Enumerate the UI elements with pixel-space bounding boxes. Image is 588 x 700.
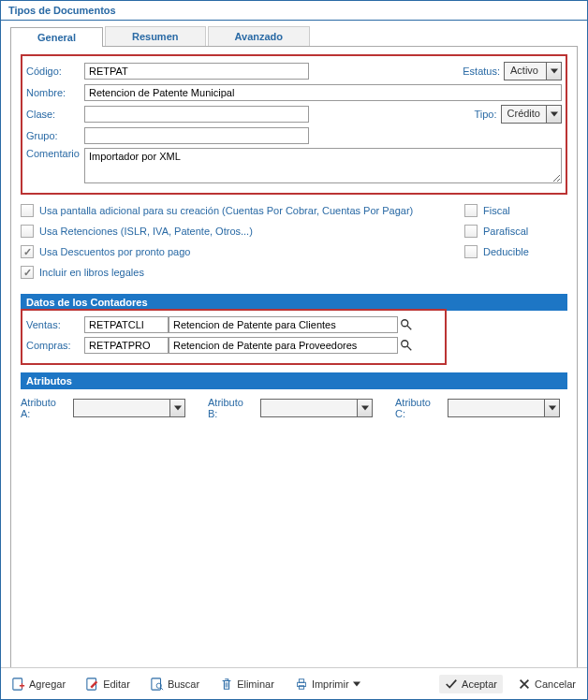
editar-label: Editar <box>103 678 130 690</box>
search-icon <box>151 678 164 691</box>
svg-point-2 <box>402 341 408 347</box>
compras-desc-input[interactable] <box>169 337 398 354</box>
atributo-b-select[interactable] <box>260 399 373 417</box>
search-icon[interactable] <box>400 318 413 331</box>
add-icon <box>12 678 25 691</box>
clase-input[interactable] <box>84 106 309 123</box>
tab-resumen[interactable]: Resumen <box>105 26 206 46</box>
check-retenciones-label: Usa Retenciones (ISLR, IVA, Patente, Otr… <box>39 226 253 237</box>
check-pantalla-adicional-label: Usa pantalla adicional para su creación … <box>39 205 413 216</box>
check-fiscal-label: Fiscal <box>483 205 510 216</box>
aceptar-label: Aceptar <box>462 678 497 690</box>
imprimir-button[interactable]: Imprimir <box>289 675 366 693</box>
cancelar-button[interactable]: Cancelar <box>512 675 581 693</box>
estatus-select[interactable]: Activo <box>504 62 562 80</box>
edit-icon <box>86 678 99 691</box>
codigo-label: Código: <box>26 66 84 77</box>
check-deducible[interactable] <box>464 245 478 258</box>
trash-icon <box>220 678 233 691</box>
nombre-input[interactable] <box>84 84 562 101</box>
atributo-b-value <box>261 400 357 416</box>
comentario-input[interactable]: Importador por XML <box>84 148 562 183</box>
aceptar-button[interactable]: Aceptar <box>439 675 503 693</box>
tipo-select[interactable]: Crédito <box>501 105 562 124</box>
estatus-label: Estatus: <box>463 66 500 77</box>
check-descuentos-label: Usa Descuentos por pronto pago <box>39 246 190 257</box>
comentario-label: Comentario <box>26 148 84 159</box>
check-libros-legales-label: Incluir en libros legales <box>39 267 144 278</box>
tab-panel-general: Código: Estatus: Activo Nombre: Clase: T… <box>10 47 578 689</box>
svg-line-1 <box>407 326 411 329</box>
atributo-a-select[interactable] <box>73 399 185 417</box>
tab-bar: General Resumen Avanzado <box>10 26 578 47</box>
editar-button[interactable]: Editar <box>81 675 136 693</box>
atributos-group: Atributo A: Atributo B: Atributo C: <box>21 397 567 419</box>
tipo-label: Tipo: <box>474 109 496 120</box>
grupo-label: Grupo: <box>26 130 84 141</box>
chevron-down-icon[interactable] <box>169 400 184 416</box>
check-parafiscal[interactable] <box>464 225 478 238</box>
eliminar-button[interactable]: Eliminar <box>214 675 280 693</box>
check-parafiscal-label: Parafiscal <box>483 226 528 237</box>
compras-label: Compras: <box>26 340 84 351</box>
imprimir-label: Imprimir <box>312 678 349 690</box>
buscar-button[interactable]: Buscar <box>145 675 205 693</box>
tab-avanzado[interactable]: Avanzado <box>208 26 311 46</box>
svg-rect-4 <box>13 678 22 689</box>
toolbar: Agregar Editar Buscar Eliminar Imprimir … <box>1 667 587 699</box>
chevron-down-icon[interactable] <box>546 63 561 80</box>
clase-label: Clase: <box>26 109 84 120</box>
section-atributos-header: Atributos <box>21 372 567 389</box>
tipo-value: Crédito <box>502 106 546 123</box>
check-retenciones[interactable] <box>21 225 34 238</box>
chevron-down-icon[interactable] <box>546 106 561 123</box>
svg-point-0 <box>402 320 408 327</box>
atributo-c-label: Atributo C: <box>395 397 438 419</box>
general-fields-group: Código: Estatus: Activo Nombre: Clase: T… <box>21 54 567 195</box>
checkbox-group: Usa pantalla adicional para su creación … <box>21 204 567 286</box>
print-icon <box>295 678 308 691</box>
ventas-desc-input[interactable] <box>169 316 398 333</box>
svg-line-3 <box>407 346 411 350</box>
agregar-label: Agregar <box>29 678 66 690</box>
chevron-down-icon[interactable] <box>544 400 559 416</box>
atributo-a-value <box>74 400 169 416</box>
atributo-b-label: Atributo B: <box>208 397 251 419</box>
check-descuentos[interactable] <box>21 245 34 258</box>
nombre-label: Nombre: <box>26 87 84 98</box>
codigo-input[interactable] <box>84 63 309 80</box>
ventas-label: Ventas: <box>26 319 84 330</box>
close-icon <box>518 678 531 691</box>
ventas-code-input[interactable] <box>84 316 169 333</box>
check-icon <box>445 678 458 691</box>
grupo-input[interactable] <box>84 127 309 144</box>
check-deducible-label: Deducible <box>483 246 529 257</box>
chevron-down-icon <box>353 681 360 687</box>
agregar-button[interactable]: Agregar <box>7 675 71 693</box>
cancelar-label: Cancelar <box>535 678 576 690</box>
eliminar-label: Eliminar <box>237 678 274 690</box>
check-pantalla-adicional[interactable] <box>21 204 34 217</box>
tab-general[interactable]: General <box>10 27 103 47</box>
buscar-label: Buscar <box>168 678 199 690</box>
atributo-c-select[interactable] <box>448 399 560 417</box>
search-icon[interactable] <box>400 339 413 352</box>
atributo-c-value <box>448 400 544 416</box>
contadores-group: Ventas: Compras: <box>21 309 447 365</box>
estatus-value: Activo <box>505 63 546 80</box>
chevron-down-icon[interactable] <box>357 400 372 416</box>
check-fiscal[interactable] <box>464 204 478 217</box>
svg-rect-12 <box>299 678 303 682</box>
panel-title: Tipos de Documentos <box>1 1 587 21</box>
compras-code-input[interactable] <box>84 337 169 354</box>
atributo-a-label: Atributo A: <box>21 397 64 419</box>
check-libros-legales[interactable] <box>21 266 34 279</box>
